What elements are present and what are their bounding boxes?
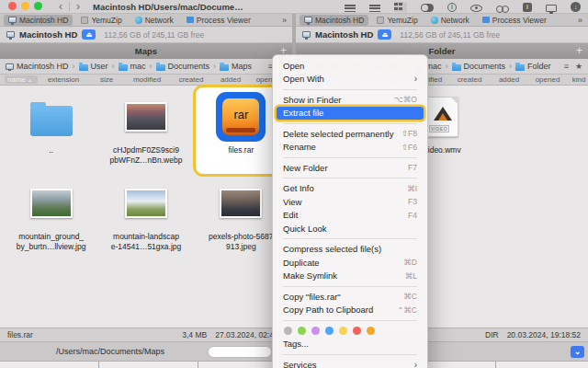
submenu-arrow-icon: › bbox=[414, 360, 417, 368]
tag-dot-1[interactable] bbox=[298, 327, 306, 335]
globe-icon bbox=[135, 17, 142, 24]
column-created[interactable]: created bbox=[170, 75, 212, 84]
column-kind[interactable]: kind bbox=[567, 75, 588, 84]
star-icon[interactable]: ★ bbox=[575, 62, 582, 71]
tab-process-viewer[interactable]: Process Viewer bbox=[182, 15, 255, 26]
display-icon bbox=[304, 17, 312, 23]
tab-process-viewer[interactable]: Process Viewer bbox=[478, 15, 551, 26]
menu-item-get-info[interactable]: Get Info⌘I bbox=[273, 182, 427, 196]
column-added[interactable]: added bbox=[212, 75, 249, 84]
tag-dot-6[interactable] bbox=[367, 327, 375, 335]
download-icon[interactable]: ↓ bbox=[571, 2, 581, 12]
menu-item-open-with[interactable]: Open With› bbox=[273, 73, 427, 86]
tag-dot-4[interactable] bbox=[339, 327, 347, 335]
file-item-mountain-ground[interactable]: mountain_ground_by_burtn…llview.jpg bbox=[6, 174, 96, 260]
menu-item-services[interactable]: Services› bbox=[273, 358, 427, 368]
tab-network[interactable]: Network bbox=[130, 15, 178, 26]
file-item-mountain-landscape[interactable]: mountain-landscape-14541…51gxa.jpg bbox=[101, 174, 191, 260]
folder-icon bbox=[515, 64, 525, 71]
tag-dot-2[interactable] bbox=[311, 327, 320, 335]
path-dropdown-button[interactable]: ⌄ bbox=[571, 346, 584, 358]
menu-item-copy-files-rar[interactable]: Copy "files.rar"⌘C bbox=[273, 290, 427, 304]
left-tab-bar: Macintosh HD YemuZip Network Process Vie… bbox=[0, 14, 292, 27]
file-name: files.rar bbox=[228, 145, 254, 155]
breadcrumb-separator: › bbox=[73, 62, 75, 71]
tab-network[interactable]: Network bbox=[426, 15, 474, 26]
add-tab-button[interactable]: + bbox=[576, 44, 582, 57]
close-window-button[interactable] bbox=[8, 2, 17, 10]
column-created[interactable]: created bbox=[449, 75, 490, 84]
minimize-window-button[interactable] bbox=[21, 2, 29, 10]
right-drive-bar: Macintosh HD ⏏ 112,56 GB of 245,11 GB fr… bbox=[296, 27, 588, 43]
column-opened[interactable]: opened bbox=[528, 75, 567, 84]
breadcrumb-item[interactable]: mac bbox=[119, 62, 146, 71]
breadcrumb-item[interactable]: Documents bbox=[156, 62, 210, 71]
drive-name[interactable]: Macintosh HD bbox=[315, 29, 373, 40]
menu-separator bbox=[283, 178, 417, 178]
breadcrumb-item[interactable]: User bbox=[79, 62, 108, 71]
menu-item-rename[interactable]: Rename⇧F6 bbox=[273, 141, 427, 155]
forward-button[interactable]: › bbox=[76, 0, 80, 13]
app-icon bbox=[482, 17, 490, 23]
tab-yemuzip[interactable]: YemuZip bbox=[76, 15, 126, 26]
computer-icon[interactable] bbox=[546, 5, 557, 12]
breadcrumb-item[interactable]: Maps bbox=[220, 62, 252, 71]
menu-item-open[interactable]: Open bbox=[273, 59, 427, 73]
file-item-up[interactable]: .. bbox=[6, 87, 96, 174]
view-list-icon[interactable] bbox=[369, 5, 380, 12]
menu-item-extract-file-highlighted[interactable]: Extract file bbox=[277, 107, 424, 121]
menu-item-edit[interactable]: EditF4 bbox=[273, 209, 427, 223]
info-circle-icon[interactable]: i bbox=[447, 3, 457, 12]
toggle-hidden-files-icon[interactable] bbox=[421, 4, 434, 12]
tag-dot-5[interactable] bbox=[353, 327, 361, 335]
menu-item-make-symlink[interactable]: Make Symlink⌘L bbox=[273, 270, 427, 283]
display-icon bbox=[8, 17, 17, 23]
tab-macintosh-hd[interactable]: Macintosh HD bbox=[4, 15, 73, 26]
zoom-window-button[interactable] bbox=[34, 2, 42, 10]
menu-item-compress-selected[interactable]: Compress selected file(s) bbox=[273, 243, 427, 257]
path-filter-input[interactable] bbox=[208, 346, 272, 358]
drive-name[interactable]: Macintosh HD bbox=[19, 29, 77, 40]
file-name: cHJpdmF0ZS9sci9pbWFnZ…nBn.webp bbox=[110, 145, 183, 166]
view-full-icon[interactable] bbox=[345, 5, 356, 12]
column-modified[interactable]: modified bbox=[124, 75, 170, 84]
status-file-kind: DIR bbox=[485, 330, 499, 339]
file-item-webp[interactable]: cHJpdmF0ZS9sci9pbWFnZ…nBn.webp bbox=[101, 87, 191, 174]
menu-separator bbox=[283, 89, 417, 90]
eject-button[interactable]: ⏏ bbox=[82, 29, 96, 40]
back-button[interactable]: ‹ bbox=[59, 0, 62, 13]
app-icon bbox=[187, 17, 194, 23]
tab-overflow-button[interactable]: » bbox=[578, 16, 584, 25]
tag-dot-3[interactable] bbox=[325, 327, 334, 335]
tag-color-row bbox=[273, 324, 427, 338]
get-info-icon[interactable]: i bbox=[523, 3, 532, 12]
tag-dot-0[interactable] bbox=[284, 327, 292, 335]
menu-item-new-folder[interactable]: New FolderF7 bbox=[273, 161, 427, 175]
menu-item-view[interactable]: ViewF3 bbox=[273, 195, 427, 209]
column-size[interactable]: size bbox=[89, 75, 124, 84]
column-name[interactable]: name▲ bbox=[5, 75, 38, 84]
hamburger-icon[interactable]: ≡ bbox=[564, 62, 569, 71]
menu-item-delete-selected-permanently[interactable]: Delete selected permanently⇧F8 bbox=[273, 127, 427, 141]
menu-item-show-in-finder[interactable]: Show in Finder⌥⌘O bbox=[273, 93, 427, 107]
breadcrumb-item[interactable]: Macintosh HD bbox=[6, 62, 69, 71]
breadcrumb-item[interactable]: Documents bbox=[452, 62, 506, 71]
menu-item-tags[interactable]: Tags... bbox=[273, 338, 427, 351]
menu-item-duplicate[interactable]: Duplicate⌘D bbox=[273, 256, 427, 270]
video-file-icon: VIDEO bbox=[425, 97, 458, 137]
breadcrumb-item[interactable]: Folder bbox=[515, 62, 551, 71]
tab-macintosh-hd[interactable]: Macintosh HD bbox=[300, 15, 368, 26]
tab-overflow-button[interactable]: » bbox=[282, 16, 288, 25]
view-grid-icon[interactable] bbox=[394, 2, 407, 12]
menu-item-quick-look[interactable]: Quick Look bbox=[273, 222, 427, 236]
menu-item-copy-path-to-clipboard[interactable]: Copy Path to Clipboard⌃⌘C bbox=[273, 304, 427, 317]
search-binoculars-icon[interactable] bbox=[496, 6, 509, 12]
eject-button[interactable]: ⏏ bbox=[378, 29, 391, 40]
divider bbox=[69, 2, 70, 11]
tab-yemuzip[interactable]: YemuZip bbox=[372, 15, 422, 26]
display-icon bbox=[6, 63, 14, 70]
breadcrumb-separator: › bbox=[112, 62, 115, 71]
preview-eye-icon[interactable] bbox=[470, 5, 482, 12]
column-added[interactable]: added bbox=[490, 75, 528, 84]
column-extension[interactable]: extension bbox=[38, 75, 89, 84]
